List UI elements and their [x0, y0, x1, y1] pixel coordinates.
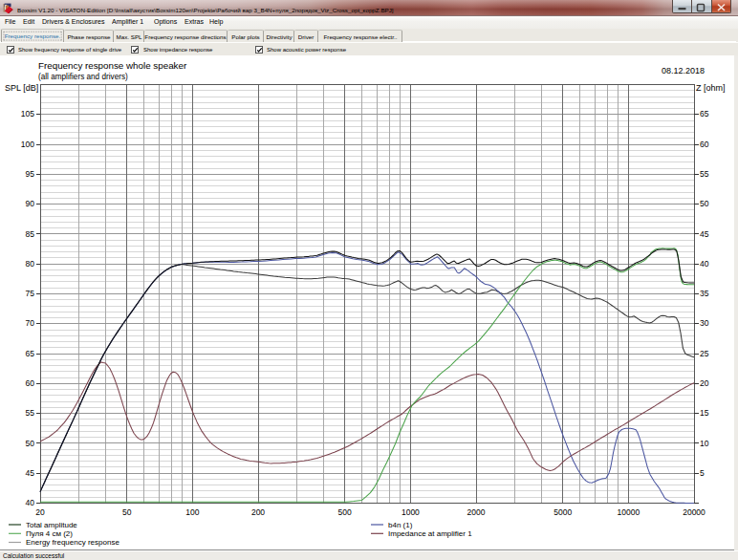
- svg-text:75: 75: [26, 289, 35, 298]
- svg-text:55: 55: [700, 169, 709, 179]
- svg-text:b4n (1): b4n (1): [388, 521, 413, 529]
- svg-text:45: 45: [700, 229, 709, 239]
- svg-text:30: 30: [700, 318, 709, 328]
- svg-text:10: 10: [700, 439, 709, 448]
- svg-text:Z [ohm]: Z [ohm]: [696, 83, 726, 93]
- svg-text:200: 200: [251, 507, 265, 517]
- svg-text:45: 45: [26, 468, 35, 478]
- svg-text:100: 100: [185, 507, 199, 517]
- svg-text:65: 65: [26, 349, 35, 358]
- svg-text:95: 95: [26, 169, 35, 179]
- svg-text:SPL [dB]: SPL [dB]: [5, 83, 38, 93]
- svg-text:5: 5: [700, 468, 705, 478]
- svg-text:25: 25: [700, 349, 709, 358]
- svg-text:10000: 10000: [618, 507, 640, 517]
- svg-text:Frequency response whole speak: Frequency response whole speaker: [38, 60, 187, 71]
- svg-text:08.12.2018: 08.12.2018: [662, 66, 705, 75]
- svg-text:1000: 1000: [402, 507, 420, 517]
- svg-text:20: 20: [35, 507, 45, 517]
- svg-text:90: 90: [26, 199, 35, 208]
- svg-text:85: 85: [26, 229, 35, 239]
- svg-text:35: 35: [700, 289, 709, 298]
- svg-text:20: 20: [700, 378, 709, 388]
- svg-text:500: 500: [338, 507, 352, 517]
- svg-text:65: 65: [700, 109, 709, 118]
- svg-text:20000: 20000: [683, 507, 705, 517]
- svg-text:100: 100: [21, 140, 34, 149]
- svg-text:15: 15: [700, 408, 709, 418]
- svg-text:Energy frequency response: Energy frequency response: [26, 538, 119, 547]
- svg-text:50: 50: [26, 439, 35, 448]
- svg-text:50: 50: [700, 199, 709, 208]
- svg-text:55: 55: [26, 408, 35, 418]
- svg-text:50: 50: [122, 507, 132, 517]
- svg-text:5000: 5000: [554, 507, 572, 517]
- svg-text:60: 60: [700, 140, 709, 149]
- svg-text:105: 105: [21, 109, 34, 118]
- svg-text:Total amplitude: Total amplitude: [26, 521, 77, 529]
- svg-text:60: 60: [26, 378, 35, 388]
- svg-text:(all amplifiers and drivers): (all amplifiers and drivers): [38, 73, 128, 81]
- svg-text:40: 40: [700, 259, 709, 269]
- svg-text:Impedance at amplifier 1: Impedance at amplifier 1: [388, 529, 472, 538]
- svg-text:40: 40: [26, 498, 35, 507]
- svg-text:2000: 2000: [467, 507, 486, 517]
- svg-text:80: 80: [26, 259, 35, 269]
- svg-text:Пуля 4 см (2): Пуля 4 см (2): [26, 529, 73, 538]
- svg-text:70: 70: [26, 318, 35, 328]
